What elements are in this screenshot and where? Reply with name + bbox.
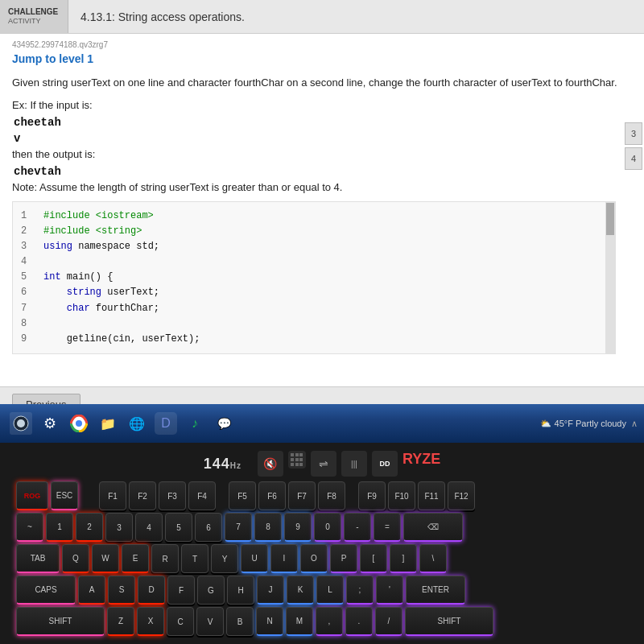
side-btn-3[interactable]: 3: [625, 122, 642, 145]
key-3[interactable]: 3: [105, 513, 133, 542]
key-t[interactable]: T: [181, 544, 208, 573]
key-h[interactable]: H: [227, 576, 254, 605]
key-period[interactable]: .: [345, 607, 373, 636]
key-7[interactable]: 7: [225, 513, 252, 542]
key-f12[interactable]: F12: [448, 481, 475, 510]
key-tab[interactable]: TAB: [16, 544, 60, 573]
taskbar-files-icon[interactable]: 📁: [97, 412, 119, 435]
key-minus[interactable]: -: [344, 513, 371, 542]
key-x[interactable]: X: [137, 607, 164, 636]
key-9[interactable]: 9: [284, 513, 312, 542]
key-f7[interactable]: F7: [288, 481, 316, 510]
key-v[interactable]: V: [196, 607, 224, 636]
key-comma[interactable]: ,: [316, 607, 343, 636]
key-f9[interactable]: F9: [358, 481, 386, 510]
taskbar-browser-icon[interactable]: 🌐: [126, 412, 148, 435]
key-f11[interactable]: F11: [418, 481, 445, 510]
input-example-1: cheetah: [14, 116, 632, 129]
key-1[interactable]: 1: [46, 513, 73, 542]
jump-to-level-link[interactable]: Jump to level 1: [12, 52, 632, 65]
line-num-4: 4: [21, 254, 37, 270]
taskbar-spotify-icon[interactable]: ♪: [184, 412, 206, 435]
key-r[interactable]: R: [151, 544, 179, 573]
line-content-3: using namespace std;: [43, 239, 159, 254]
key-n[interactable]: N: [256, 607, 283, 636]
key-l[interactable]: L: [316, 576, 344, 605]
key-e[interactable]: E: [122, 544, 149, 573]
key-esc[interactable]: ESC: [51, 481, 78, 510]
key-k[interactable]: K: [287, 576, 314, 605]
key-b[interactable]: B: [226, 607, 254, 636]
key-shift-r[interactable]: SHIFT: [405, 607, 493, 636]
key-i[interactable]: I: [270, 544, 298, 573]
key-8[interactable]: 8: [254, 513, 282, 542]
line-content-1: #include <iostream>: [43, 208, 154, 224]
key-p[interactable]: P: [330, 544, 357, 573]
key-slash[interactable]: /: [375, 607, 402, 636]
key-f4[interactable]: F4: [188, 481, 216, 510]
key-c[interactable]: C: [167, 607, 194, 636]
key-bracket-r[interactable]: ]: [390, 544, 417, 573]
taskbar-arrow-icon[interactable]: ∧: [631, 419, 638, 429]
hz-display: 144Hz: [204, 456, 242, 473]
key-f6[interactable]: F6: [258, 481, 286, 510]
then-label: then the output is:: [12, 148, 632, 160]
key-q[interactable]: Q: [62, 544, 89, 573]
key-a[interactable]: A: [78, 576, 105, 605]
key-caps[interactable]: CAPS: [16, 576, 76, 605]
key-d[interactable]: D: [138, 576, 165, 605]
key-6[interactable]: 6: [195, 513, 222, 542]
key-f2[interactable]: F2: [129, 481, 156, 510]
kb-dolby-icon[interactable]: DD: [372, 451, 398, 477]
key-f[interactable]: F: [167, 576, 195, 605]
svg-point-1: [17, 419, 25, 427]
key-shift-l[interactable]: SHIFT: [16, 607, 105, 636]
key-w[interactable]: W: [92, 544, 119, 573]
kb-grid-icon[interactable]: [288, 451, 306, 469]
key-tilde[interactable]: ~: [16, 513, 43, 542]
key-backslash[interactable]: \: [419, 544, 447, 573]
key-y[interactable]: Y: [211, 544, 238, 573]
taskbar-msg-icon[interactable]: 💬: [213, 412, 235, 435]
key-5[interactable]: 5: [165, 513, 192, 542]
key-quote[interactable]: ': [376, 576, 403, 605]
key-z[interactable]: Z: [107, 607, 134, 636]
key-backspace[interactable]: ⌫: [403, 513, 463, 542]
kb-connect-icon[interactable]: ⇌: [311, 451, 336, 477]
key-f5[interactable]: F5: [229, 481, 256, 510]
key-rog[interactable]: ROG: [16, 481, 48, 510]
challenge-label: CHALLENGE: [8, 7, 60, 17]
code-scrollbar[interactable]: [605, 202, 615, 354]
scrollbar-thumb[interactable]: [606, 203, 614, 235]
key-g[interactable]: G: [197, 576, 225, 605]
key-o[interactable]: O: [300, 544, 328, 573]
kb-mute-icon[interactable]: 🔇: [258, 451, 283, 477]
ryzen-label: RYZE: [402, 451, 440, 477]
key-s[interactable]: S: [108, 576, 135, 605]
key-2[interactable]: 2: [76, 513, 103, 542]
key-f8[interactable]: F8: [318, 481, 345, 510]
key-j[interactable]: J: [257, 576, 284, 605]
key-enter[interactable]: ENTER: [406, 576, 465, 605]
rog-icon: ROG: [24, 492, 41, 500]
key-0[interactable]: 0: [314, 513, 341, 542]
taskbar-discord-icon[interactable]: D: [155, 412, 177, 435]
key-f1[interactable]: F1: [99, 481, 126, 510]
key-f10[interactable]: F10: [388, 481, 415, 510]
side-btn-4[interactable]: 4: [625, 147, 642, 170]
code-line-1: 1 #include <iostream>: [21, 208, 607, 224]
taskbar-steam-icon[interactable]: [10, 412, 32, 435]
key-m[interactable]: M: [286, 607, 313, 636]
key-bracket-l[interactable]: [: [360, 544, 387, 573]
output-example: chevtah: [14, 165, 632, 178]
key-semi[interactable]: ;: [346, 576, 374, 605]
key-equals[interactable]: =: [374, 513, 401, 542]
key-4[interactable]: 4: [135, 513, 163, 542]
kb-icons-row: 🔇 ⇌ ||| DD RYZE: [258, 451, 440, 477]
taskbar-settings-icon[interactable]: ⚙: [39, 412, 61, 435]
key-u[interactable]: U: [241, 544, 268, 573]
activity-label: ACTIVITY: [8, 17, 60, 26]
key-f3[interactable]: F3: [159, 481, 186, 510]
taskbar-chrome-icon[interactable]: [68, 412, 90, 435]
kb-audio-icon[interactable]: |||: [341, 451, 367, 477]
